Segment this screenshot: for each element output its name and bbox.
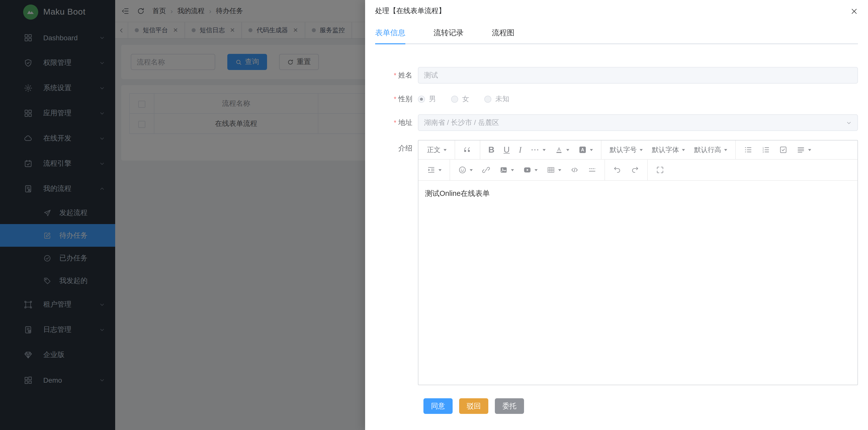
process-drawer: 处理【在线表单流程】 表单信息流转记录流程图 姓名 性别 男女未知 地址 湖南省… [365, 0, 868, 430]
caret-down-icon [542, 149, 546, 151]
quote-icon [463, 145, 472, 154]
reject-button[interactable]: 驳回 [459, 398, 488, 414]
form-row-gender: 性别 男女未知 [375, 91, 858, 107]
more-styles-icon: ⋯ [531, 145, 539, 154]
editor-ordered-list-button[interactable]: 123 [757, 141, 774, 159]
redo-icon [631, 166, 639, 174]
editor-font-family-dropdown[interactable]: 默认字体 [647, 141, 689, 159]
undo-icon [613, 166, 622, 174]
editor-divider-button[interactable] [583, 160, 601, 180]
drawer-title: 处理【在线表单流程】 [375, 6, 445, 16]
editor-content[interactable]: 测试Online在线表单 [418, 181, 858, 385]
svg-text:3: 3 [763, 150, 764, 153]
form-row-intro: 介绍 正文BUI⋯AA默认字号默认字体默认行高123 测试Online在线表单 [375, 140, 858, 385]
address-value: 湖南省 / 长沙市 / 岳麓区 [424, 118, 499, 127]
editor-video-button[interactable] [519, 160, 542, 180]
caret-down-icon [640, 149, 643, 151]
caret-down-icon [558, 169, 561, 171]
name-field[interactable] [418, 67, 858, 84]
bold-icon: B [488, 145, 495, 154]
table-icon [547, 166, 555, 174]
gender-radio-group: 男女未知 [418, 91, 858, 107]
toolbar-separator [604, 160, 605, 180]
agree-button[interactable]: 同意 [424, 398, 453, 414]
editor-bg-color-button[interactable]: A [574, 141, 597, 159]
underline-icon: U [504, 145, 510, 154]
drawer-tab-flow-record[interactable]: 流转记录 [434, 23, 464, 44]
editor-bold-button[interactable]: B [484, 141, 499, 159]
editor-more-styles-button[interactable]: ⋯ [526, 141, 550, 159]
radio-label: 女 [462, 94, 469, 104]
gender-radio-male[interactable]: 男 [418, 94, 436, 104]
toolbar-separator [480, 141, 480, 159]
editor-fullscreen-button[interactable] [651, 160, 669, 180]
editor-line-height-dropdown[interactable]: 默认行高 [689, 141, 732, 159]
editor-link-button[interactable] [477, 160, 495, 180]
editor-paragraph-style-dropdown[interactable]: 正文 [423, 141, 451, 159]
emoji-icon [458, 166, 467, 174]
caret-down-icon [438, 169, 441, 171]
editor-emoji-button[interactable] [454, 160, 477, 180]
bullet-list-icon [744, 145, 752, 154]
drawer-actions: 同意驳回委托 [424, 398, 858, 414]
modal-overlay[interactable] [0, 0, 365, 430]
editor-align-button[interactable] [792, 141, 816, 159]
toolbar-separator [450, 160, 450, 180]
editor-paragraph-style-label: 正文 [427, 145, 440, 154]
gender-radio-unknown[interactable]: 未知 [484, 94, 509, 104]
caret-down-icon [724, 149, 727, 151]
align-icon [797, 145, 805, 154]
intro-label: 介绍 [375, 140, 418, 156]
toolbar-separator [735, 141, 736, 159]
toolbar-separator [647, 160, 648, 180]
video-icon [523, 166, 532, 174]
caret-down-icon [808, 149, 811, 151]
form-row-name: 姓名 [375, 67, 858, 84]
editor-code-button[interactable] [566, 160, 583, 180]
editor-table-button[interactable] [542, 160, 566, 180]
radio-dot-icon [418, 95, 425, 103]
chevron-down-icon [846, 120, 852, 125]
caret-down-icon [590, 149, 593, 151]
gender-radio-female[interactable]: 女 [451, 94, 469, 104]
indent-icon [427, 166, 435, 174]
font-color-icon: A [555, 145, 563, 154]
address-select[interactable]: 湖南省 / 长沙市 / 岳麓区 [418, 114, 858, 131]
editor-image-button[interactable] [495, 160, 519, 180]
toolbar-separator [455, 141, 455, 159]
editor-indent-button[interactable] [423, 160, 446, 180]
editor-underline-button[interactable]: U [499, 141, 515, 159]
editor-task-list-button[interactable] [774, 141, 792, 159]
delegate-button[interactable]: 委托 [495, 398, 524, 414]
drawer-tab-flow-diagram[interactable]: 流程图 [492, 23, 515, 44]
link-icon [482, 166, 490, 174]
editor-line-height-label: 默认行高 [694, 145, 721, 154]
editor-font-size-label: 默认字号 [610, 145, 637, 154]
editor-redo-button[interactable] [626, 160, 644, 180]
drawer-tab-form-info[interactable]: 表单信息 [375, 23, 405, 44]
editor-undo-button[interactable] [609, 160, 626, 180]
editor-quote-button[interactable] [459, 141, 476, 159]
editor-font-family-label: 默认字体 [652, 145, 679, 154]
editor-toolbar-row1: 正文BUI⋯AA默认字号默认字体默认行高123 [418, 141, 858, 160]
editor-toolbar-row2 [418, 160, 858, 181]
editor-bullet-list-button[interactable] [739, 141, 757, 159]
editor-font-size-dropdown[interactable]: 默认字号 [605, 141, 647, 159]
editor-font-color-button[interactable]: A [550, 141, 574, 159]
caret-down-icon [470, 169, 473, 171]
app-screen: Maku Boot Dashboard权限管理系统设置应用管理在线开发流程引擎我… [0, 0, 868, 430]
image-icon [499, 166, 508, 174]
svg-text:A: A [557, 146, 561, 152]
rich-text-editor: 正文BUI⋯AA默认字号默认字体默认行高123 测试Online在线表单 [418, 140, 858, 385]
drawer-header: 处理【在线表单流程】 [365, 0, 868, 19]
radio-dot-icon [451, 95, 458, 103]
caret-down-icon [534, 169, 537, 171]
caret-down-icon [511, 169, 514, 171]
address-label: 地址 [375, 114, 418, 131]
radio-label: 未知 [495, 94, 509, 104]
radio-dot-icon [484, 95, 491, 103]
editor-italic-button[interactable]: I [514, 141, 526, 159]
ordered-list-icon: 123 [762, 145, 770, 154]
fullscreen-icon [656, 166, 664, 174]
close-icon[interactable] [850, 7, 858, 15]
